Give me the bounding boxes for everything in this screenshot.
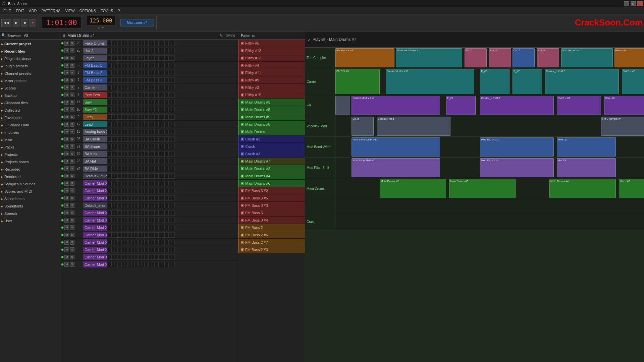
- channel-pad[interactable]: [108, 122, 111, 127]
- browser-item-sliced-beats[interactable]: ▸Sliced beats: [0, 195, 60, 202]
- channel-mute-btn[interactable]: M: [64, 225, 69, 230]
- channel-led[interactable]: [61, 94, 64, 96]
- channel-solo-btn[interactable]: S: [70, 122, 74, 127]
- channel-pad[interactable]: [111, 254, 114, 260]
- channel-led[interactable]: [61, 108, 64, 111]
- channel-pad[interactable]: [125, 159, 128, 164]
- channel-pad[interactable]: [148, 262, 151, 267]
- channel-pad[interactable]: [155, 240, 158, 245]
- channel-pad[interactable]: [135, 70, 138, 75]
- channel-pad[interactable]: [148, 173, 151, 179]
- channel-name[interactable]: Carrier Mod X: [83, 195, 107, 201]
- playlist-clip[interactable]: Carrier Mod Y #11: [352, 96, 440, 115]
- channel-pad[interactable]: [131, 107, 135, 112]
- channel-mute-btn[interactable]: M: [64, 85, 69, 90]
- channel-pad[interactable]: [165, 195, 168, 201]
- playlist-track-label[interactable]: The Complex: [305, 48, 335, 68]
- channel-pad[interactable]: [131, 41, 135, 46]
- channel-pad[interactable]: [152, 254, 155, 260]
- browser-item-backup[interactable]: ▸Backup: [0, 92, 60, 99]
- channel-pad[interactable]: [118, 225, 121, 230]
- playlist-track-label[interactable]: [305, 199, 335, 214]
- channel-mute-btn[interactable]: M: [64, 203, 69, 208]
- channel-pad[interactable]: [158, 129, 161, 134]
- channel-pad[interactable]: [142, 247, 145, 252]
- channel-pad[interactable]: [108, 48, 111, 53]
- channel-pad[interactable]: [125, 122, 128, 127]
- channel-solo-btn[interactable]: S: [70, 78, 74, 82]
- channel-pad[interactable]: [138, 218, 141, 223]
- channel-pad[interactable]: [172, 100, 175, 105]
- channel-pad[interactable]: [111, 225, 114, 230]
- channel-pad[interactable]: [155, 48, 158, 53]
- channel-pad[interactable]: [145, 166, 148, 171]
- channel-pad[interactable]: [148, 151, 151, 157]
- channel-pad[interactable]: [148, 144, 151, 149]
- channel-led[interactable]: [61, 123, 64, 126]
- playlist-track-area[interactable]: FM Bass 3 #4Vocodex Carrier #10FM_5FM_5C…: [335, 48, 644, 68]
- channel-name[interactable]: Carrier Mod X #3: [83, 225, 107, 231]
- channel-pad[interactable]: [138, 254, 141, 260]
- channel-pad[interactable]: [108, 203, 111, 208]
- channel-pad[interactable]: [111, 232, 114, 238]
- channel-pad[interactable]: [162, 195, 165, 201]
- channel-pad[interactable]: [158, 70, 161, 75]
- channel-pad[interactable]: [152, 195, 155, 201]
- channel-pad[interactable]: [165, 92, 168, 98]
- channel-led[interactable]: [61, 248, 64, 251]
- channel-pad[interactable]: [158, 173, 161, 179]
- channel-pad[interactable]: [148, 55, 151, 61]
- channel-pad[interactable]: [158, 225, 161, 230]
- channel-pad[interactable]: [168, 136, 171, 142]
- channel-pad[interactable]: [108, 159, 111, 164]
- playlist-clip[interactable]: Main Drums #4: [549, 179, 616, 198]
- channel-pad[interactable]: [115, 70, 118, 75]
- channel-pad[interactable]: [111, 188, 114, 193]
- channel-led[interactable]: [61, 212, 64, 214]
- channel-pad[interactable]: [125, 254, 128, 260]
- channel-pad[interactable]: [121, 218, 124, 223]
- channel-pad[interactable]: [168, 63, 171, 68]
- channel-pad[interactable]: [118, 181, 121, 186]
- channel-pad[interactable]: [118, 144, 121, 149]
- channel-pad[interactable]: [138, 203, 141, 208]
- pattern-item[interactable]: ▣Main Drums #5: [238, 106, 305, 113]
- channel-pad[interactable]: [128, 188, 131, 193]
- channel-pad[interactable]: [148, 188, 151, 193]
- channel-mute-btn[interactable]: M: [64, 115, 69, 119]
- channel-pad[interactable]: [162, 151, 165, 157]
- channel-pad[interactable]: [125, 48, 128, 53]
- channel-pad[interactable]: [115, 77, 118, 83]
- channel-pad[interactable]: [125, 151, 128, 157]
- channel-pad[interactable]: [152, 122, 155, 127]
- channel-solo-btn[interactable]: S: [70, 100, 74, 105]
- channel-name[interactable]: Saw: [83, 99, 107, 105]
- channel-pad[interactable]: [138, 77, 141, 83]
- channel-pad[interactable]: [142, 225, 145, 230]
- channel-pad[interactable]: [138, 159, 141, 164]
- browser-item-packs[interactable]: ▸Packs: [0, 143, 60, 151]
- channel-pad[interactable]: [158, 195, 161, 201]
- channel-pad[interactable]: [152, 63, 155, 68]
- channel-pad[interactable]: [162, 136, 165, 142]
- channel-pad[interactable]: [115, 240, 118, 245]
- channel-pad[interactable]: [155, 77, 158, 83]
- channel-led[interactable]: [61, 153, 64, 155]
- channel-pad[interactable]: [145, 151, 148, 157]
- channel-pad[interactable]: [108, 218, 111, 223]
- channel-pad[interactable]: [155, 247, 158, 252]
- channel-pad[interactable]: [125, 195, 128, 201]
- channel-pad[interactable]: [128, 203, 131, 208]
- channel-pad[interactable]: [115, 262, 118, 267]
- channel-pad[interactable]: [162, 92, 165, 98]
- channel-pad[interactable]: [172, 85, 175, 90]
- channel-pad[interactable]: [168, 107, 171, 112]
- channel-name[interactable]: Pew Pew: [83, 92, 107, 98]
- pattern-item[interactable]: ▣Main Drums #6: [238, 180, 305, 187]
- channel-pad[interactable]: [111, 63, 114, 68]
- channel-pad[interactable]: [162, 107, 165, 112]
- channel-pad[interactable]: [121, 70, 124, 75]
- channel-pad[interactable]: [145, 63, 148, 68]
- channel-pad[interactable]: [145, 254, 148, 260]
- channel-pad[interactable]: [135, 136, 138, 142]
